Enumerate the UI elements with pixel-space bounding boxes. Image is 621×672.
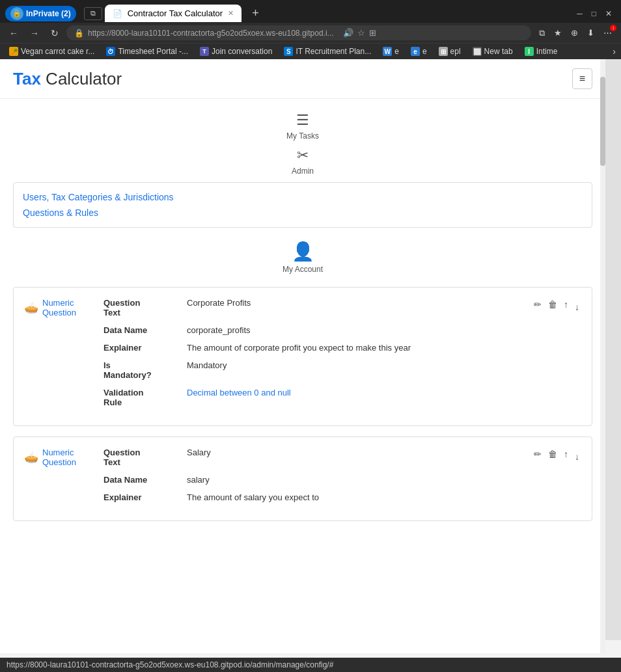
validation-row-1: Validation Rule Decimal between 0 and nu… xyxy=(104,388,524,407)
question-actions-2: ✏ 🗑 ↑ ↓ xyxy=(532,448,581,463)
data-name-label-2: Data Name xyxy=(104,475,182,485)
scrollbar-thumb[interactable] xyxy=(600,77,605,166)
bookmark-edge[interactable]: e e xyxy=(407,46,431,57)
close-button[interactable]: ✕ xyxy=(601,8,616,20)
bookmark-ms-apps[interactable]: ⊞ epl xyxy=(435,46,465,57)
admin-questions-item[interactable]: Questions & Rules xyxy=(23,205,583,221)
downloads-button[interactable]: ⬇ xyxy=(583,26,598,40)
delete-button-1[interactable]: 🗑 xyxy=(546,298,559,311)
admin-icon: ✂ xyxy=(297,147,309,164)
admin-label: Admin xyxy=(292,167,314,176)
tab-manager-icon[interactable]: ⧉ xyxy=(84,7,102,20)
question-text-label-2: Question Text xyxy=(104,448,182,467)
move-down-button-2[interactable]: ↓ xyxy=(573,450,581,463)
edit-button-1[interactable]: ✏ xyxy=(532,298,544,311)
my-account-icon: 👤 xyxy=(292,241,314,262)
bookmark-word-label: e xyxy=(394,47,399,56)
refresh-button[interactable]: ↻ xyxy=(47,27,62,40)
bookmark-word[interactable]: W e xyxy=(379,46,403,57)
data-name-value-2: salary xyxy=(187,475,210,485)
mandatory-value-1: Mandatory xyxy=(187,360,227,380)
app-title: Tax Calculator xyxy=(13,69,122,89)
question-text-value-1: Corporate Profits xyxy=(187,298,251,317)
admin-users-item[interactable]: Users, Tax Categories & Jurisdictions xyxy=(23,189,583,205)
question-text-value-2: Salary xyxy=(187,448,211,467)
scrollbar[interactable] xyxy=(600,59,605,653)
question-fields-1: Question Text Corporate Profits Data Nam… xyxy=(104,298,524,415)
question-actions-1: ✏ 🗑 ↑ ↓ xyxy=(532,298,581,314)
address-bar[interactable]: 🔒 https://8000-laura10101-contractorta-g… xyxy=(66,25,531,40)
maximize-button[interactable]: □ xyxy=(588,8,600,20)
mandatory-row-1: Is Mandatory? Mandatory xyxy=(104,360,524,380)
read-aloud-icon[interactable]: 🔊 xyxy=(343,28,353,38)
inprivate-badge: 🔒 InPrivate (2) xyxy=(5,6,76,21)
move-down-button-1[interactable]: ↓ xyxy=(573,301,581,314)
status-bar: https://8000-laura10101-contractorta-g5o… xyxy=(0,658,621,672)
collections-button[interactable]: ⊕ xyxy=(567,26,582,40)
active-tab[interactable]: 📄 Contractor Tax Calculator ✕ xyxy=(105,5,242,22)
edit-button-2[interactable]: ✏ xyxy=(532,448,544,461)
tab-title-text: Contractor Tax Calculator xyxy=(128,8,223,18)
my-account-section[interactable]: 👤 My Account xyxy=(0,234,605,287)
explainer-value-1: The amount of corporate profit you expec… xyxy=(187,343,411,353)
bookmark-timesheet[interactable]: ⏱ Timesheet Portal -... xyxy=(102,46,192,57)
bookmark-sharepoint[interactable]: S IT Recruitment Plan... xyxy=(280,46,375,57)
explainer-row-2: Explainer The amount of salary you expec… xyxy=(104,492,524,502)
bookmarks-bar: 🥕 Vegan carrot cake r... ⏱ Timesheet Por… xyxy=(0,43,621,59)
forward-button[interactable]: → xyxy=(26,27,43,40)
new-tab-button[interactable]: + xyxy=(247,4,264,23)
browser-extras-button[interactable]: ⋯ ! xyxy=(600,26,616,40)
bookmark-teams[interactable]: T Join conversation xyxy=(196,46,276,57)
bookmark-intime-label: Intime xyxy=(536,47,558,56)
numeric-pie-icon-1: 🥧 xyxy=(24,301,38,315)
bookmark-vegan[interactable]: 🥕 Vegan carrot cake r... xyxy=(5,46,98,57)
bookmark-intime-icon: I xyxy=(525,47,534,56)
explainer-label-2: Explainer xyxy=(104,492,182,502)
admin-nav-item[interactable]: ✂ Admin xyxy=(292,147,314,176)
question-card-1: 🥧 Numeric Question Question Text Corpora… xyxy=(13,287,592,426)
question-type-1: 🥧 Numeric Question xyxy=(24,298,96,317)
title-tax: Tax xyxy=(13,69,41,88)
numeric-pie-icon-2: 🥧 xyxy=(24,450,38,464)
split-screen-button[interactable]: ⧉ xyxy=(535,26,549,40)
my-tasks-nav-item[interactable]: ☰ My Tasks xyxy=(286,112,319,141)
tasks-icon: ☰ xyxy=(296,112,309,129)
question-text-row-2: Question Text Salary xyxy=(104,448,524,467)
bookmark-intime[interactable]: I Intime xyxy=(521,46,562,57)
bookmarks-more-button[interactable]: › xyxy=(613,46,616,57)
back-button[interactable]: ← xyxy=(5,27,22,40)
data-name-label-1: Data Name xyxy=(104,325,182,335)
favorites-icon[interactable]: ☆ xyxy=(357,28,365,38)
collections-icon[interactable]: ⊞ xyxy=(369,28,376,38)
browser-action-buttons: ⧉ ★ ⊕ ⬇ ⋯ ! xyxy=(535,26,616,40)
question-card-2: 🥧 Numeric Question Question Text Salary … xyxy=(13,437,592,521)
tab-close-btn[interactable]: ✕ xyxy=(228,9,234,18)
data-name-value-1: corporate_profits xyxy=(187,325,251,335)
bookmark-teams-label: Join conversation xyxy=(212,47,272,56)
move-up-button-1[interactable]: ↑ xyxy=(562,298,570,311)
favorites-bar-button[interactable]: ★ xyxy=(550,26,566,40)
bookmark-edge-label: e xyxy=(422,47,427,56)
mandatory-label-1: Is Mandatory? xyxy=(104,360,182,380)
tab-favicon: 📄 xyxy=(113,9,122,18)
data-name-row-2: Data Name salary xyxy=(104,475,524,485)
delete-button-2[interactable]: 🗑 xyxy=(546,448,559,461)
bookmark-newtab-label: New tab xyxy=(484,47,513,56)
content-area: 🥧 Numeric Question Question Text Corpora… xyxy=(0,287,605,544)
page-content: Tax Calculator ≡ ☰ My Tasks ✂ Admin User… xyxy=(0,59,605,653)
hamburger-menu-button[interactable]: ≡ xyxy=(572,68,592,89)
inprivate-avatar: 🔒 xyxy=(10,7,23,20)
validation-value-1: Decimal between 0 and null xyxy=(187,388,291,407)
bookmark-newtab[interactable]: ⬜ New tab xyxy=(469,46,517,57)
app-header: Tax Calculator ≡ xyxy=(0,59,605,99)
my-account-label: My Account xyxy=(283,265,323,274)
notification-badge: ! xyxy=(610,25,616,31)
validation-label-1: Validation Rule xyxy=(104,388,182,407)
bookmark-vegan-icon: 🥕 xyxy=(9,47,18,56)
move-up-button-2[interactable]: ↑ xyxy=(562,448,570,461)
minimize-button[interactable]: ─ xyxy=(573,8,586,20)
question-type-2: 🥧 Numeric Question xyxy=(24,448,96,467)
question-card-1-header: 🥧 Numeric Question Question Text Corpora… xyxy=(24,298,581,415)
admin-menu: Users, Tax Categories & Jurisdictions Qu… xyxy=(13,182,592,228)
question-text-label-1: Question Text xyxy=(104,298,182,317)
